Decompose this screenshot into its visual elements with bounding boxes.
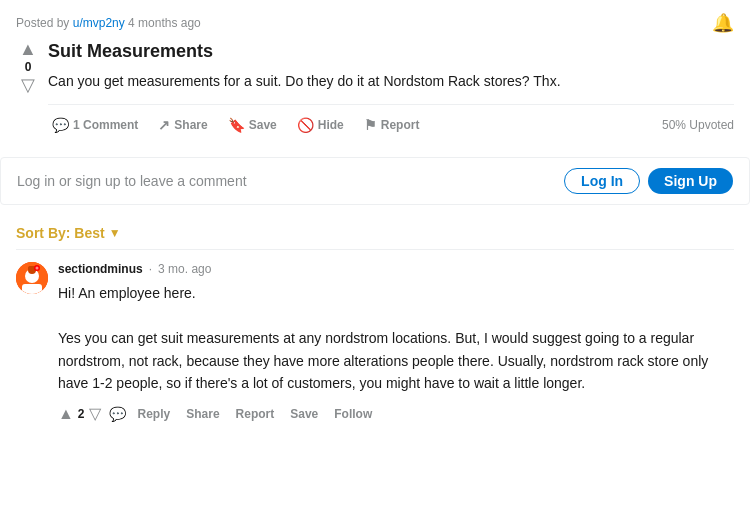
post-container: Posted by u/mvp2ny 4 months ago 🔔 ▲ 0 ▽ … bbox=[0, 0, 750, 145]
share-action[interactable]: ↗ Share bbox=[154, 113, 211, 137]
comment-vote-count: 2 bbox=[78, 407, 85, 421]
sort-label[interactable]: Sort By: Best bbox=[16, 225, 105, 241]
reply-icon: 💬 bbox=[109, 406, 126, 422]
bell-icon[interactable]: 🔔 bbox=[712, 12, 734, 34]
comment-downvote-button[interactable]: ▽ bbox=[89, 404, 101, 423]
post-title: Suit Measurements bbox=[48, 40, 734, 63]
comment-upvote-button[interactable]: ▲ bbox=[58, 405, 74, 423]
comment-report-button[interactable]: Report bbox=[232, 405, 279, 423]
comment-action[interactable]: 💬 1 Comment bbox=[48, 113, 142, 137]
post-content: Suit Measurements Can you get measuremen… bbox=[48, 40, 734, 145]
comment-vote: ▲ 2 ▽ bbox=[58, 404, 101, 423]
comment-text-p1: Hi! An employee here. Yes you can get su… bbox=[58, 282, 734, 394]
post-meta: Posted by u/mvp2ny 4 months ago bbox=[16, 16, 201, 30]
comment: sectiondminus · 3 mo. ago Hi! An employe… bbox=[16, 262, 734, 423]
share-label: Share bbox=[174, 118, 207, 132]
flag-icon: ⚑ bbox=[364, 117, 377, 133]
post-author[interactable]: u/mvp2ny bbox=[73, 16, 125, 30]
save-action[interactable]: 🔖 Save bbox=[224, 113, 281, 137]
login-button[interactable]: Log In bbox=[564, 168, 640, 194]
comment-label: 1 Comment bbox=[73, 118, 138, 132]
sort-arrow-icon[interactable]: ▼ bbox=[109, 226, 121, 240]
comment-actions: ▲ 2 ▽ 💬 Reply Share Report Save Follow bbox=[58, 404, 734, 423]
bookmark-icon: 🔖 bbox=[228, 117, 245, 133]
comment-box: Log in or sign up to leave a comment Log… bbox=[0, 157, 750, 205]
vote-count: 0 bbox=[25, 60, 32, 74]
auth-buttons: Log In Sign Up bbox=[564, 168, 733, 194]
save-label: Save bbox=[249, 118, 277, 132]
hide-label: Hide bbox=[318, 118, 344, 132]
upvote-percentage: 50% Upvoted bbox=[662, 118, 734, 132]
comment-placeholder: Log in or sign up to leave a comment bbox=[17, 173, 247, 189]
svg-point-6 bbox=[36, 267, 39, 270]
report-action[interactable]: ⚑ Report bbox=[360, 113, 424, 137]
post-body: Can you get measurements for a suit. Do … bbox=[48, 71, 734, 92]
comment-body: sectiondminus · 3 mo. ago Hi! An employe… bbox=[58, 262, 734, 423]
comments-section: sectiondminus · 3 mo. ago Hi! An employe… bbox=[0, 250, 750, 435]
share-icon: ↗ bbox=[158, 117, 170, 133]
hide-action[interactable]: 🚫 Hide bbox=[293, 113, 348, 137]
comment-dot: · bbox=[149, 262, 152, 276]
comment-save-button[interactable]: Save bbox=[286, 405, 322, 423]
comment-header: sectiondminus · 3 mo. ago bbox=[58, 262, 734, 276]
downvote-button[interactable]: ▽ bbox=[21, 76, 35, 94]
post-layout: ▲ 0 ▽ Suit Measurements Can you get meas… bbox=[16, 40, 734, 145]
comment-reply-button[interactable]: Reply bbox=[134, 405, 175, 423]
report-label: Report bbox=[381, 118, 420, 132]
signup-button[interactable]: Sign Up bbox=[648, 168, 733, 194]
sort-bar: Sort By: Best ▼ bbox=[0, 217, 750, 249]
comment-author[interactable]: sectiondminus bbox=[58, 262, 143, 276]
post-header: Posted by u/mvp2ny 4 months ago 🔔 bbox=[16, 12, 734, 34]
upvote-button[interactable]: ▲ bbox=[19, 40, 37, 58]
hide-icon: 🚫 bbox=[297, 117, 314, 133]
comment-time: 3 mo. ago bbox=[158, 262, 211, 276]
vote-column: ▲ 0 ▽ bbox=[16, 40, 40, 94]
comment-icon: 💬 bbox=[52, 117, 69, 133]
post-actions: 💬 1 Comment ↗ Share 🔖 Save 🚫 Hide ⚑ bbox=[48, 104, 734, 145]
comment-share-button[interactable]: Share bbox=[182, 405, 223, 423]
svg-rect-2 bbox=[22, 284, 42, 294]
avatar-image bbox=[16, 262, 48, 294]
avatar bbox=[16, 262, 48, 294]
comment-follow-button[interactable]: Follow bbox=[330, 405, 376, 423]
